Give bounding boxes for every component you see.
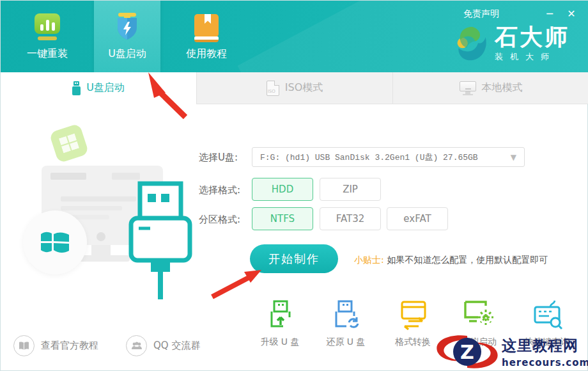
- tool-label: 升级 U 盘: [260, 336, 299, 348]
- people-circle-icon: [126, 335, 147, 356]
- tab-label: 本地模式: [482, 81, 523, 95]
- usb-drive-value: F:G: (hd1) USB SanDisk 3.2Gen1 (U盘) 27.6…: [260, 152, 511, 163]
- tool-label: 还原 U 盘: [326, 336, 365, 348]
- nav-item-usb-boot[interactable]: U盘启动: [94, 1, 160, 72]
- hotkey-search-icon: [531, 299, 563, 330]
- partition-select-label: 分区格式:: [199, 214, 240, 226]
- footer-link-label: 查看官方教程: [41, 340, 98, 352]
- format-option-zip[interactable]: ZIP: [320, 178, 381, 201]
- watermark-title: 这里教程网: [502, 336, 588, 356]
- usb-stick-icon: [72, 81, 81, 95]
- tip-text: 小贴士: 如果不知道怎么配置，使用默认配置即可: [354, 255, 548, 266]
- chevron-down-icon: ▼: [511, 153, 516, 162]
- nav-label: U盘启动: [108, 47, 146, 61]
- usb-select-label: 选择U盘:: [199, 152, 238, 164]
- tool-upgrade-usb[interactable]: 升级 U 盘: [248, 299, 312, 348]
- footer-link-label: QQ 交流群: [153, 340, 200, 352]
- close-button[interactable]: ✕: [563, 6, 580, 22]
- tool-restore-usb[interactable]: 还原 U 盘: [314, 299, 378, 348]
- partition-option-exfat[interactable]: exFAT: [387, 207, 448, 230]
- watermark-url: herecours.com: [502, 357, 588, 368]
- start-make-button[interactable]: 开始制作: [250, 244, 338, 273]
- tip-tag: 小贴士:: [354, 255, 384, 265]
- svg-text:Z: Z: [460, 341, 474, 363]
- simulate-boot-icon: [463, 299, 495, 330]
- windows-tile-icon: [49, 123, 89, 163]
- usb-drive-dropdown[interactable]: F:G: (hd1) USB SanDisk 3.2Gen1 (U盘) 27.6…: [252, 147, 525, 167]
- watermark: Z 这里教程网 herecours.com: [434, 332, 588, 371]
- nav-label: 一键重装: [27, 47, 68, 61]
- nav-item-tutorial[interactable]: 使用教程: [173, 1, 240, 72]
- format-option-hdd[interactable]: HDD: [252, 178, 313, 201]
- windows-flag-icon: [23, 210, 87, 274]
- app-window: 一键重装 U盘启动 使用教程 免责声明 ─ ✕: [0, 0, 588, 371]
- mode-tabbar: U盘启动 ISO ISO模式 本地模式: [1, 72, 588, 104]
- monitor-icon: [460, 81, 476, 95]
- brand-logo: 石大师 装机大师: [455, 25, 569, 63]
- usb-boot-illustration: [1, 104, 196, 324]
- header: 一键重装 U盘启动 使用教程 免责声明 ─ ✕: [1, 1, 588, 72]
- qq-group-link[interactable]: QQ 交流群: [126, 335, 200, 356]
- book-circle-icon: [13, 335, 35, 356]
- tab-label: U盘启动: [86, 81, 125, 95]
- partition-option-ntfs[interactable]: NTFS: [252, 207, 313, 230]
- tool-label: 格式转换: [395, 336, 431, 348]
- tab-local-mode[interactable]: 本地模式: [392, 72, 588, 104]
- disclaimer-link[interactable]: 免责声明: [463, 8, 499, 20]
- iso-file-icon: ISO: [267, 81, 279, 96]
- usb-shield-icon: [112, 12, 142, 42]
- book-icon: [192, 12, 221, 42]
- official-tutorial-link[interactable]: 查看官方教程: [13, 335, 98, 356]
- usb-upgrade-icon: [265, 299, 295, 330]
- brand-swirl-icon: [455, 26, 490, 63]
- partition-option-fat32[interactable]: FAT32: [320, 207, 381, 230]
- usb-plug-graphic: [126, 181, 196, 299]
- nav-item-reinstall[interactable]: 一键重装: [14, 1, 81, 72]
- watermark-logo-icon: Z: [434, 332, 500, 371]
- format-convert-icon: [398, 299, 428, 330]
- brand-subtitle: 装机大师: [495, 51, 569, 63]
- nav-label: 使用教程: [186, 47, 227, 61]
- minimize-button[interactable]: ─: [541, 6, 558, 22]
- format-select-label: 选择格式:: [199, 184, 240, 196]
- brand-name: 石大师: [495, 25, 569, 49]
- tab-label: ISO模式: [285, 81, 323, 95]
- bar-chart-icon: [33, 12, 62, 42]
- tab-iso-mode[interactable]: ISO ISO模式: [196, 72, 392, 104]
- usb-restore-icon: [331, 299, 360, 330]
- tab-usb-boot[interactable]: U盘启动: [1, 72, 196, 104]
